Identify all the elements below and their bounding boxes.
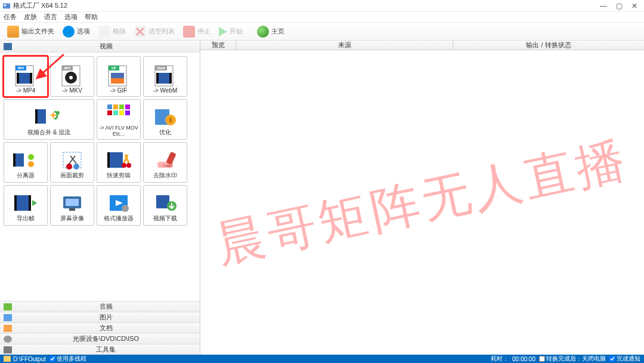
format-item-icon: WebM	[151, 64, 179, 87]
toolbar-remove[interactable]: 移除	[95, 24, 129, 39]
svg-text:MP4: MP4	[18, 66, 24, 70]
shutdown-checkbox[interactable]	[539, 356, 545, 362]
task-list-body[interactable]: 晨哥矩阵无人直播	[200, 50, 644, 355]
format-item-icon	[12, 149, 39, 171]
format-item-13[interactable]: 屏幕录像	[50, 185, 94, 226]
svg-text:Logo: Logo	[163, 164, 172, 167]
svg-point-43	[28, 154, 34, 160]
format-item-6[interactable]: -> AVI FLV MOV Etc...	[97, 99, 141, 140]
format-item-2[interactable]: GIF-> GIF	[97, 56, 141, 97]
format-item-label: -> GIF	[110, 87, 128, 94]
svg-rect-61	[29, 195, 31, 211]
format-item-3[interactable]: WebM-> WebM	[143, 56, 187, 97]
notify-label: 完成通知	[617, 355, 640, 363]
svg-line-49	[70, 156, 76, 164]
category-tools[interactable]: 工具集	[0, 344, 200, 355]
svg-rect-9	[30, 73, 32, 84]
menu-help[interactable]: 帮助	[85, 13, 98, 21]
format-item-icon: Logo	[151, 149, 179, 171]
svg-point-52	[122, 163, 126, 168]
svg-rect-7	[18, 73, 31, 84]
format-item-icon	[151, 106, 179, 128]
format-item-8[interactable]: 分离器	[4, 142, 48, 183]
format-grid: MP4-> MP4MKV-> MKVGIF-> GIFWebM-> WebM+视…	[0, 53, 200, 229]
category-label: 视频	[16, 42, 196, 51]
toolbar-clear[interactable]: 清空列表	[131, 24, 178, 39]
close-button[interactable]: ✕	[631, 2, 638, 10]
shutdown-toggle[interactable]: 转换完成后：关闭电脑	[539, 355, 606, 363]
notify-toggle[interactable]: 完成通知	[609, 355, 640, 363]
svg-rect-26	[36, 109, 46, 124]
category-document[interactable]: 文档	[0, 322, 200, 333]
menu-lang[interactable]: 语言	[44, 13, 57, 21]
category-audio[interactable]: 音频	[0, 301, 200, 312]
notify-checkbox[interactable]	[609, 356, 615, 362]
svg-rect-27	[35, 109, 38, 124]
format-item-9[interactable]: 画面裁剪	[50, 142, 94, 183]
menu-skin[interactable]: 皮肤	[24, 13, 37, 21]
folder-icon	[7, 26, 19, 38]
right-panel: 预览 来源 输出 / 转换状态 晨哥矩阵无人直播	[200, 41, 644, 355]
toolbar-label: 主页	[271, 27, 284, 36]
format-item-icon	[58, 149, 86, 171]
svg-rect-30	[107, 104, 112, 109]
maximize-button[interactable]: ▢	[615, 2, 623, 10]
format-item-10[interactable]: 快速剪辑	[97, 142, 141, 183]
format-item-icon	[105, 192, 132, 214]
toolbar-label: 停止	[197, 27, 210, 36]
svg-point-44	[28, 161, 34, 167]
category-image[interactable]: 图片	[0, 312, 200, 322]
format-item-14[interactable]: 格式播放器	[97, 185, 141, 226]
svg-text:MKV: MKV	[64, 66, 71, 70]
format-item-label: -> WebM	[153, 87, 178, 94]
category-disc[interactable]: 光驱设备\DVD\CD\ISO	[0, 333, 200, 344]
category-label: 文档	[16, 324, 196, 333]
menu-task[interactable]: 任务	[4, 13, 17, 21]
format-item-7[interactable]: 优化	[143, 99, 187, 140]
toolbar-home[interactable]: 主页	[253, 24, 288, 39]
format-item-0[interactable]: MP4-> MP4	[4, 56, 48, 97]
toolbar-stop[interactable]: 停止	[179, 24, 214, 39]
output-path[interactable]: D:\FFOutput	[4, 356, 46, 362]
format-item-label: 优化	[159, 128, 171, 137]
svg-point-53	[126, 163, 131, 168]
toolbar-options[interactable]: 选项	[59, 24, 94, 39]
format-item-icon: GIF	[105, 64, 132, 87]
category-label: 音频	[16, 302, 196, 311]
audio-icon	[4, 303, 12, 310]
toolbar-start[interactable]: 开始	[215, 26, 246, 38]
svg-rect-19	[111, 73, 124, 78]
format-item-label: -> MKV	[62, 87, 82, 94]
format-item-icon: MKV	[58, 64, 86, 87]
minimize-button[interactable]: —	[600, 2, 607, 10]
svg-rect-23	[157, 73, 171, 84]
format-item-12[interactable]: 导出帧	[4, 185, 48, 226]
category-header-video[interactable]: 视频	[0, 41, 200, 53]
menu-options[interactable]: 选项	[64, 13, 78, 21]
format-item-15[interactable]: 视频下载	[143, 185, 187, 226]
window-controls: — ▢ ✕	[600, 2, 642, 10]
svg-point-46	[66, 164, 72, 170]
multithread-checkbox[interactable]	[49, 356, 55, 362]
format-item-1[interactable]: MKV-> MKV	[50, 56, 94, 97]
output-path-text: D:\FFOutput	[13, 356, 46, 362]
toolbar-output-folder[interactable]: 输出文件夹	[4, 24, 58, 39]
format-item-icon	[105, 102, 132, 125]
svg-rect-51	[107, 152, 110, 168]
toolbar-label: 输出文件夹	[21, 27, 54, 36]
format-item-icon	[105, 149, 132, 171]
category-label: 图片	[16, 313, 196, 322]
format-item-4[interactable]: +视频合并 & 混流	[4, 99, 94, 140]
svg-rect-24	[156, 73, 159, 84]
svg-rect-1	[4, 4, 7, 6]
format-item-11[interactable]: Logo去除水印	[143, 142, 187, 183]
video-category-icon	[4, 43, 12, 50]
category-list: 音频 图片 文档 光驱设备\DVD\CD\ISO 工具集	[0, 301, 200, 355]
svg-rect-33	[125, 104, 130, 109]
format-item-icon: MP4	[12, 64, 39, 87]
main-area: 视频 MP4-> MP4MKV-> MKVGIF-> GIFWebM-> Web…	[0, 41, 644, 355]
svg-rect-41	[14, 153, 24, 167]
format-item-label: -> AVI FLV MOV Etc...	[98, 125, 139, 137]
multithread-label: 使用多线程	[57, 355, 86, 363]
multithread-toggle[interactable]: 使用多线程	[49, 355, 86, 363]
